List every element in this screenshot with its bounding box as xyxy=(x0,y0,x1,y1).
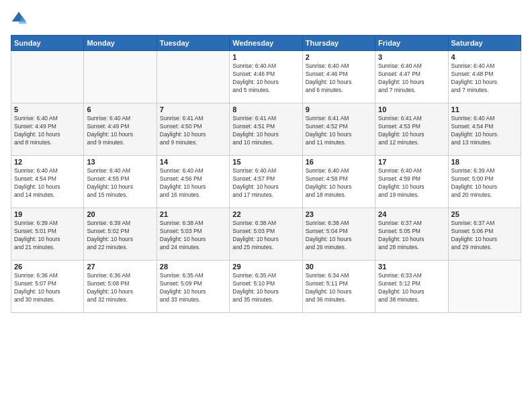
day-number: 12 xyxy=(14,158,81,166)
calendar-day-cell xyxy=(157,51,229,103)
day-number: 29 xyxy=(232,263,299,271)
page: SundayMondayTuesdayWednesdayThursdayFrid… xyxy=(0,0,532,411)
calendar-day-cell: 21Sunrise: 6:38 AM Sunset: 5:03 PM Dayli… xyxy=(157,208,229,261)
calendar-week-row: 5Sunrise: 6:40 AM Sunset: 4:49 PM Daylig… xyxy=(11,103,521,156)
day-info: Sunrise: 6:41 AM Sunset: 4:52 PM Dayligh… xyxy=(306,115,372,147)
day-number: 24 xyxy=(378,210,445,218)
calendar-day-cell: 1Sunrise: 6:40 AM Sunset: 4:46 PM Daylig… xyxy=(230,51,302,103)
day-number: 19 xyxy=(14,210,81,218)
logo xyxy=(11,11,30,27)
calendar-day-cell: 20Sunrise: 6:39 AM Sunset: 5:02 PM Dayli… xyxy=(84,208,157,261)
calendar-day-cell: 23Sunrise: 6:38 AM Sunset: 5:04 PM Dayli… xyxy=(302,208,375,261)
day-info: Sunrise: 6:34 AM Sunset: 5:11 PM Dayligh… xyxy=(306,272,372,304)
day-info: Sunrise: 6:35 AM Sunset: 5:09 PM Dayligh… xyxy=(160,272,226,304)
day-info: Sunrise: 6:40 AM Sunset: 4:58 PM Dayligh… xyxy=(306,167,372,199)
calendar-day-cell: 3Sunrise: 6:40 AM Sunset: 4:47 PM Daylig… xyxy=(375,51,448,103)
calendar-day-cell: 18Sunrise: 6:39 AM Sunset: 5:00 PM Dayli… xyxy=(448,156,521,208)
day-info: Sunrise: 6:40 AM Sunset: 4:57 PM Dayligh… xyxy=(232,167,299,199)
calendar-day-cell: 29Sunrise: 6:35 AM Sunset: 5:10 PM Dayli… xyxy=(230,261,302,313)
day-number: 3 xyxy=(378,53,445,61)
day-info: Sunrise: 6:40 AM Sunset: 4:47 PM Dayligh… xyxy=(378,62,445,95)
weekday-header-cell: Wednesday xyxy=(230,36,302,51)
day-info: Sunrise: 6:36 AM Sunset: 5:08 PM Dayligh… xyxy=(87,272,153,304)
day-info: Sunrise: 6:39 AM Sunset: 5:01 PM Dayligh… xyxy=(14,220,81,252)
day-number: 27 xyxy=(87,263,153,271)
day-number: 2 xyxy=(306,53,372,61)
day-info: Sunrise: 6:40 AM Sunset: 4:54 PM Dayligh… xyxy=(14,167,81,199)
calendar-week-row: 12Sunrise: 6:40 AM Sunset: 4:54 PM Dayli… xyxy=(11,156,521,208)
day-info: Sunrise: 6:38 AM Sunset: 5:03 PM Dayligh… xyxy=(160,220,226,252)
day-info: Sunrise: 6:38 AM Sunset: 5:04 PM Dayligh… xyxy=(306,220,372,252)
calendar-day-cell: 13Sunrise: 6:40 AM Sunset: 4:55 PM Dayli… xyxy=(84,156,157,208)
day-info: Sunrise: 6:40 AM Sunset: 4:55 PM Dayligh… xyxy=(87,167,153,199)
day-number: 10 xyxy=(378,105,445,113)
day-number: 1 xyxy=(232,53,299,61)
day-number: 8 xyxy=(232,105,299,113)
calendar-day-cell: 16Sunrise: 6:40 AM Sunset: 4:58 PM Dayli… xyxy=(302,156,375,208)
calendar-day-cell xyxy=(84,51,157,103)
day-number: 4 xyxy=(451,53,518,61)
day-number: 14 xyxy=(160,158,226,166)
day-info: Sunrise: 6:36 AM Sunset: 5:07 PM Dayligh… xyxy=(14,272,81,304)
calendar-day-cell: 9Sunrise: 6:41 AM Sunset: 4:52 PM Daylig… xyxy=(302,103,375,156)
calendar-day-cell: 19Sunrise: 6:39 AM Sunset: 5:01 PM Dayli… xyxy=(11,208,84,261)
calendar-day-cell: 24Sunrise: 6:37 AM Sunset: 5:05 PM Dayli… xyxy=(375,208,448,261)
day-info: Sunrise: 6:40 AM Sunset: 4:49 PM Dayligh… xyxy=(14,115,81,147)
calendar-day-cell: 2Sunrise: 6:40 AM Sunset: 4:46 PM Daylig… xyxy=(302,51,375,103)
day-info: Sunrise: 6:39 AM Sunset: 5:00 PM Dayligh… xyxy=(451,167,518,199)
calendar-week-row: 1Sunrise: 6:40 AM Sunset: 4:46 PM Daylig… xyxy=(11,51,521,103)
calendar-day-cell: 28Sunrise: 6:35 AM Sunset: 5:09 PM Dayli… xyxy=(157,261,229,313)
day-info: Sunrise: 6:41 AM Sunset: 4:51 PM Dayligh… xyxy=(232,115,299,147)
calendar-week-row: 19Sunrise: 6:39 AM Sunset: 5:01 PM Dayli… xyxy=(11,208,521,261)
weekday-header-cell: Sunday xyxy=(11,36,84,51)
day-number: 17 xyxy=(378,158,445,166)
calendar-day-cell: 26Sunrise: 6:36 AM Sunset: 5:07 PM Dayli… xyxy=(11,261,84,313)
day-info: Sunrise: 6:40 AM Sunset: 4:59 PM Dayligh… xyxy=(378,167,445,199)
calendar-day-cell: 10Sunrise: 6:41 AM Sunset: 4:53 PM Dayli… xyxy=(375,103,448,156)
calendar-body: 1Sunrise: 6:40 AM Sunset: 4:46 PM Daylig… xyxy=(11,51,521,313)
logo-icon xyxy=(11,11,27,27)
weekday-header-cell: Tuesday xyxy=(157,36,229,51)
day-number: 13 xyxy=(87,158,153,166)
day-info: Sunrise: 6:40 AM Sunset: 4:48 PM Dayligh… xyxy=(451,62,518,95)
day-info: Sunrise: 6:39 AM Sunset: 5:02 PM Dayligh… xyxy=(87,220,153,252)
calendar-day-cell: 4Sunrise: 6:40 AM Sunset: 4:48 PM Daylig… xyxy=(448,51,521,103)
calendar-day-cell: 31Sunrise: 6:33 AM Sunset: 5:12 PM Dayli… xyxy=(375,261,448,313)
day-info: Sunrise: 6:41 AM Sunset: 4:53 PM Dayligh… xyxy=(378,115,445,147)
day-number: 28 xyxy=(160,263,226,271)
calendar-day-cell: 8Sunrise: 6:41 AM Sunset: 4:51 PM Daylig… xyxy=(230,103,302,156)
day-number: 25 xyxy=(451,210,518,218)
day-number: 31 xyxy=(378,263,445,271)
day-number: 22 xyxy=(232,210,299,218)
calendar-day-cell: 17Sunrise: 6:40 AM Sunset: 4:59 PM Dayli… xyxy=(375,156,448,208)
day-number: 6 xyxy=(87,105,153,113)
day-info: Sunrise: 6:40 AM Sunset: 4:46 PM Dayligh… xyxy=(232,62,299,95)
calendar-day-cell: 12Sunrise: 6:40 AM Sunset: 4:54 PM Dayli… xyxy=(11,156,84,208)
day-info: Sunrise: 6:40 AM Sunset: 4:49 PM Dayligh… xyxy=(87,115,153,147)
calendar-day-cell: 14Sunrise: 6:40 AM Sunset: 4:56 PM Dayli… xyxy=(157,156,229,208)
day-info: Sunrise: 6:38 AM Sunset: 5:03 PM Dayligh… xyxy=(232,220,299,252)
day-number: 7 xyxy=(160,105,226,113)
day-number: 9 xyxy=(306,105,372,113)
weekday-header-cell: Monday xyxy=(84,36,157,51)
day-info: Sunrise: 6:40 AM Sunset: 4:56 PM Dayligh… xyxy=(160,167,226,199)
day-number: 16 xyxy=(306,158,372,166)
day-number: 21 xyxy=(160,210,226,218)
day-number: 18 xyxy=(451,158,518,166)
day-number: 23 xyxy=(306,210,372,218)
day-info: Sunrise: 6:33 AM Sunset: 5:12 PM Dayligh… xyxy=(378,272,445,304)
calendar-day-cell: 30Sunrise: 6:34 AM Sunset: 5:11 PM Dayli… xyxy=(302,261,375,313)
day-number: 30 xyxy=(306,263,372,271)
day-info: Sunrise: 6:35 AM Sunset: 5:10 PM Dayligh… xyxy=(232,272,299,304)
day-info: Sunrise: 6:40 AM Sunset: 4:46 PM Dayligh… xyxy=(306,62,372,95)
day-info: Sunrise: 6:37 AM Sunset: 5:05 PM Dayligh… xyxy=(378,220,445,252)
weekday-header-cell: Thursday xyxy=(302,36,375,51)
day-info: Sunrise: 6:40 AM Sunset: 4:54 PM Dayligh… xyxy=(451,115,518,147)
day-info: Sunrise: 6:41 AM Sunset: 4:50 PM Dayligh… xyxy=(160,115,226,147)
calendar-week-row: 26Sunrise: 6:36 AM Sunset: 5:07 PM Dayli… xyxy=(11,261,521,313)
weekday-header-row: SundayMondayTuesdayWednesdayThursdayFrid… xyxy=(11,36,521,51)
day-number: 5 xyxy=(14,105,81,113)
calendar-day-cell: 25Sunrise: 6:37 AM Sunset: 5:06 PM Dayli… xyxy=(448,208,521,261)
calendar-day-cell: 27Sunrise: 6:36 AM Sunset: 5:08 PM Dayli… xyxy=(84,261,157,313)
header xyxy=(11,11,521,27)
